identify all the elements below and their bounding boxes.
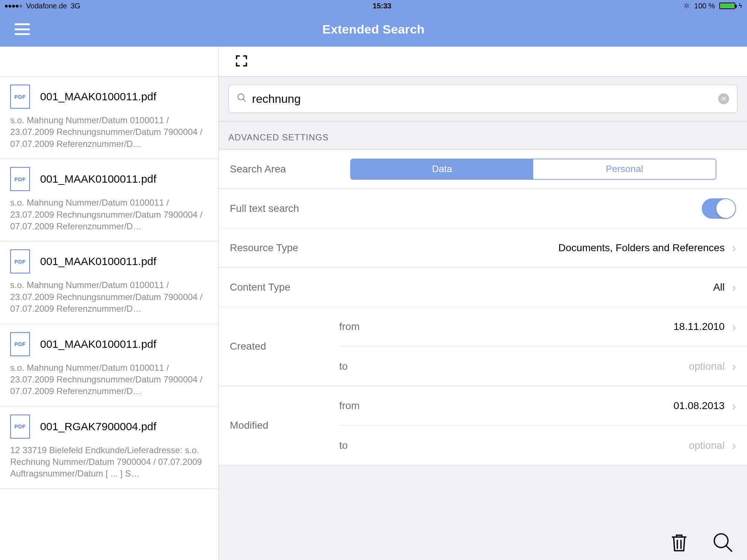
chevron-right-icon: ›: [732, 280, 736, 294]
carrier-label: Vodafone.de: [26, 2, 67, 10]
pdf-icon: PDF: [10, 249, 30, 273]
result-item[interactable]: PDF 001_MAAK0100011.pdf s.o. Mahnung Num…: [0, 324, 218, 407]
result-title: 001_MAAK0100011.pdf: [40, 255, 156, 268]
charging-icon: ϟ: [738, 2, 743, 10]
search-area-row: Search Area Data Personal: [219, 149, 747, 189]
results-header-spacer: [0, 47, 218, 77]
from-label: from: [339, 321, 360, 332]
search-action-icon[interactable]: [712, 532, 734, 555]
resource-type-label: Resource Type: [230, 242, 350, 254]
pdf-icon: PDF: [10, 167, 30, 191]
result-title: 001_MAAK0100011.pdf: [40, 173, 156, 185]
detail-toolbar: [219, 47, 747, 77]
fulltext-row: Full text search: [219, 189, 747, 228]
signal-dots-icon: ●●●●●: [4, 2, 22, 10]
modified-label: Modified: [219, 386, 339, 465]
bluetooth-icon: ✲: [684, 1, 690, 10]
modified-to-row[interactable]: to optional ›: [339, 425, 747, 465]
from-label: from: [339, 400, 360, 412]
chevron-right-icon: ›: [732, 241, 736, 255]
status-bar: ●●●●● Vodafone.de 3G 15:33 ✲ 100 % ϟ: [0, 0, 747, 12]
search-input[interactable]: [252, 92, 713, 106]
result-snippet: s.o. Mahnung Nummer/Datum 0100011 / 23.0…: [10, 197, 208, 232]
result-snippet: s.o. Mahnung Nummer/Datum 0100011 / 23.0…: [10, 279, 208, 315]
battery-pct-label: 100 %: [694, 2, 715, 10]
results-list[interactable]: PDF 001_MAAK0100011.pdf s.o. Mahnung Num…: [0, 77, 218, 560]
chevron-right-icon: ›: [732, 359, 736, 373]
pdf-icon: PDF: [10, 332, 30, 356]
content-type-label: Content Type: [230, 281, 350, 293]
results-pane: PDF 001_MAAK0100011.pdf s.o. Mahnung Num…: [0, 47, 219, 560]
created-to-value: optional: [689, 361, 725, 372]
content-type-value: All: [713, 281, 725, 293]
result-snippet: 12 33719 Bielefeld Endkunde/Lieferadress…: [10, 444, 208, 480]
modified-from-row[interactable]: from 01.08.2013 ›: [339, 386, 747, 425]
chevron-right-icon: ›: [732, 438, 736, 452]
content-type-row[interactable]: Content Type All ›: [219, 268, 747, 307]
search-icon: [237, 93, 247, 105]
pdf-icon: PDF: [10, 415, 30, 439]
created-to-row[interactable]: to optional ›: [339, 346, 747, 386]
to-label: to: [339, 440, 348, 451]
modified-group: Modified from 01.08.2013 › to optional ›: [219, 386, 747, 465]
menu-button[interactable]: [15, 23, 30, 35]
modified-from-value: 01.08.2013: [674, 400, 725, 412]
svg-point-0: [238, 94, 244, 100]
pdf-icon: PDF: [10, 85, 30, 109]
seg-data[interactable]: Data: [351, 159, 533, 179]
fulltext-toggle[interactable]: [702, 198, 736, 219]
svg-line-5: [726, 546, 732, 552]
result-item[interactable]: PDF 001_MAAK0100011.pdf s.o. Mahnung Num…: [0, 77, 218, 159]
created-group: Created from 18.11.2010 › to optional ›: [219, 307, 747, 386]
result-title: 001_MAAK0100011.pdf: [40, 90, 156, 103]
svg-line-1: [243, 99, 246, 101]
modified-to-value: optional: [689, 440, 725, 451]
network-label: 3G: [71, 2, 81, 10]
result-item[interactable]: PDF 001_MAAK0100011.pdf s.o. Mahnung Num…: [0, 159, 218, 241]
result-item[interactable]: PDF 001_MAAK0100011.pdf s.o. Mahnung Num…: [0, 241, 218, 324]
search-settings-pane: ✕ ADVANCED SETTINGS Search Area Data Per…: [219, 47, 747, 560]
page-title: Extended Search: [322, 22, 425, 36]
expand-icon[interactable]: [235, 54, 248, 69]
svg-point-4: [714, 534, 728, 548]
result-snippet: s.o. Mahnung Nummer/Datum 0100011 / 23.0…: [10, 114, 208, 150]
result-title: 001_RGAK7900004.pdf: [40, 420, 156, 433]
created-from-value: 18.11.2010: [674, 321, 725, 332]
search-field[interactable]: ✕: [228, 85, 738, 113]
result-item[interactable]: PDF 001_RGAK7900004.pdf 12 33719 Bielefe…: [0, 407, 218, 489]
bottom-toolbar: [219, 526, 747, 560]
result-title: 001_MAAK0100011.pdf: [40, 338, 156, 350]
created-from-row[interactable]: from 18.11.2010 ›: [339, 307, 747, 346]
resource-type-value: Documents, Folders and References: [558, 242, 725, 254]
resource-type-row[interactable]: Resource Type Documents, Folders and Ref…: [219, 228, 747, 268]
chevron-right-icon: ›: [732, 320, 736, 334]
result-snippet: s.o. Mahnung Nummer/Datum 0100011 / 23.0…: [10, 362, 208, 397]
search-area-label: Search Area: [230, 163, 350, 175]
fulltext-label: Full text search: [230, 203, 702, 214]
search-area-segmented[interactable]: Data Personal: [350, 159, 716, 180]
advanced-settings-header: ADVANCED SETTINGS: [219, 121, 747, 149]
to-label: to: [339, 361, 348, 372]
nav-bar: Extended Search: [0, 12, 747, 47]
trash-icon[interactable]: [668, 532, 690, 555]
seg-personal[interactable]: Personal: [533, 159, 716, 179]
clock-label: 15:33: [373, 2, 391, 10]
chevron-right-icon: ›: [732, 399, 736, 413]
created-label: Created: [219, 307, 339, 386]
battery-icon: [719, 3, 735, 9]
clear-search-button[interactable]: ✕: [718, 93, 729, 104]
